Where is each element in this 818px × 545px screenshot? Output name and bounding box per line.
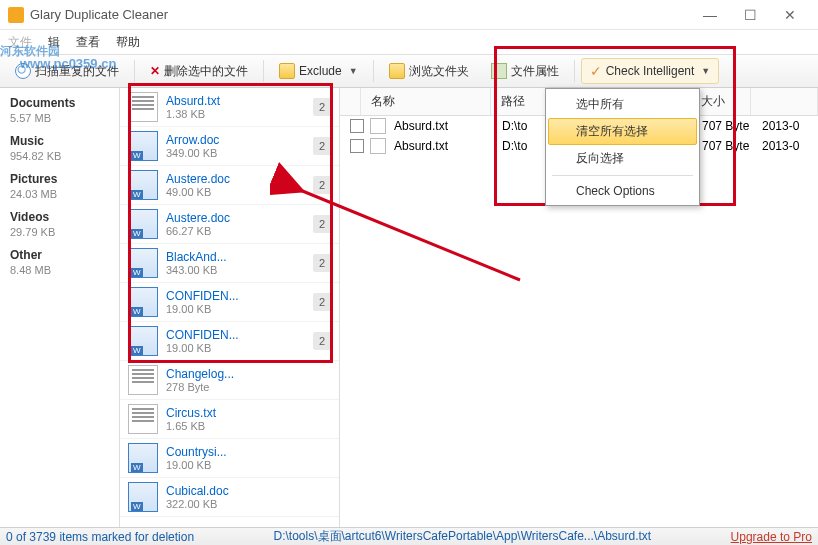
category-sidebar: Documents5.57 MBMusic954.82 KBPictures24…	[0, 88, 120, 527]
file-row[interactable]: Cubical.doc 322.00 KB	[120, 478, 339, 517]
duplicate-count-badge: 2	[313, 176, 331, 194]
duplicate-count-badge: 2	[313, 254, 331, 272]
file-size: 1.65 KB	[166, 420, 331, 432]
sidebar-category[interactable]: Videos29.79 KB	[10, 210, 109, 238]
file-name: Austere.doc	[166, 211, 305, 225]
menu-view[interactable]: 查看	[76, 34, 100, 51]
x-icon: ✕	[150, 64, 160, 78]
minimize-button[interactable]: —	[690, 0, 730, 30]
row-checkbox[interactable]	[350, 119, 364, 133]
category-size: 954.82 KB	[10, 150, 109, 162]
app-icon	[8, 7, 24, 23]
upgrade-link[interactable]: Upgrade to Pro	[731, 530, 812, 544]
file-name: BlackAnd...	[166, 250, 305, 264]
doc-file-icon	[128, 287, 158, 317]
delete-button[interactable]: ✕ 删除选中的文件	[141, 58, 257, 85]
file-name: CONFIDEN...	[166, 328, 305, 342]
txt-file-icon	[128, 365, 158, 395]
txt-file-icon	[370, 118, 386, 134]
row-checkbox[interactable]	[350, 139, 364, 153]
file-row[interactable]: Austere.doc 49.00 KB 2	[120, 166, 339, 205]
file-row[interactable]: CONFIDEN... 19.00 KB 2	[120, 283, 339, 322]
menu-select-all[interactable]: 选中所有	[548, 91, 697, 118]
category-name: Videos	[10, 210, 109, 224]
file-row[interactable]: BlackAnd... 343.00 KB 2	[120, 244, 339, 283]
doc-file-icon	[128, 131, 158, 161]
doc-file-icon	[128, 482, 158, 512]
check-intelligent-button[interactable]: ✓ Check Intelligent ▼	[581, 58, 720, 84]
file-row[interactable]: Arrow.doc 349.00 KB 2	[120, 127, 339, 166]
file-name: Austere.doc	[166, 172, 305, 186]
category-size: 24.03 MB	[10, 188, 109, 200]
col-name[interactable]: 名称	[361, 88, 491, 115]
file-row[interactable]: Austere.doc 66.27 KB 2	[120, 205, 339, 244]
txt-file-icon	[128, 92, 158, 122]
doc-file-icon	[128, 443, 158, 473]
sidebar-category[interactable]: Music954.82 KB	[10, 134, 109, 162]
chevron-down-icon: ▼	[349, 66, 358, 76]
cell-date: 2013-0	[758, 139, 814, 153]
properties-button[interactable]: 文件属性	[482, 58, 568, 85]
cell-date: 2013-0	[758, 119, 814, 133]
category-size: 8.48 MB	[10, 264, 109, 276]
category-size: 5.57 MB	[10, 112, 109, 124]
file-name: Cubical.doc	[166, 484, 331, 498]
menu-bar: 文件 辑 查看 帮助	[0, 30, 818, 54]
exclude-button[interactable]: Exclude ▼	[270, 58, 367, 84]
file-name: Circus.txt	[166, 406, 331, 420]
file-size: 343.00 KB	[166, 264, 305, 276]
chevron-down-icon: ▼	[701, 66, 710, 76]
file-name: Absurd.txt	[166, 94, 305, 108]
sidebar-category[interactable]: Pictures24.03 MB	[10, 172, 109, 200]
category-size: 29.79 KB	[10, 226, 109, 238]
file-row[interactable]: Countrysi... 19.00 KB	[120, 439, 339, 478]
cell-name: Absurd.txt	[390, 139, 498, 153]
maximize-button[interactable]: ☐	[730, 0, 770, 30]
category-name: Pictures	[10, 172, 109, 186]
status-bar: 0 of 3739 items marked for deletion D:\t…	[0, 527, 818, 545]
menu-help[interactable]: 帮助	[116, 34, 140, 51]
menu-edit[interactable]: 辑	[48, 34, 60, 51]
menu-clear-all[interactable]: 清空所有选择	[548, 118, 697, 145]
file-row[interactable]: CONFIDEN... 19.00 KB 2	[120, 322, 339, 361]
doc-file-icon	[128, 326, 158, 356]
scan-button[interactable]: 扫描重复的文件	[6, 58, 128, 85]
folder-icon	[279, 63, 295, 79]
file-name: CONFIDEN...	[166, 289, 305, 303]
browse-button[interactable]: 浏览文件夹	[380, 58, 478, 85]
toolbar: 扫描重复的文件 ✕ 删除选中的文件 Exclude ▼ 浏览文件夹 文件属性 ✓…	[0, 54, 818, 88]
file-size: 19.00 KB	[166, 342, 305, 354]
duplicate-count-badge: 2	[313, 332, 331, 350]
menu-invert[interactable]: 反向选择	[548, 145, 697, 172]
file-size: 278 Byte	[166, 381, 331, 393]
menu-file[interactable]: 文件	[8, 34, 32, 51]
cell-size: 707 Byte	[698, 119, 758, 133]
duplicate-count-badge: 2	[313, 293, 331, 311]
cell-name: Absurd.txt	[390, 119, 498, 133]
status-marked: 0 of 3739 items marked for deletion	[6, 530, 194, 544]
file-size: 19.00 KB	[166, 459, 331, 471]
file-size: 66.27 KB	[166, 225, 305, 237]
doc-file-icon	[128, 209, 158, 239]
duplicate-count-badge: 2	[313, 137, 331, 155]
category-name: Other	[10, 248, 109, 262]
file-row[interactable]: Absurd.txt 1.38 KB 2	[120, 88, 339, 127]
close-button[interactable]: ✕	[770, 0, 810, 30]
menu-separator	[552, 175, 693, 176]
col-size[interactable]: 大小	[691, 88, 751, 115]
sidebar-category[interactable]: Documents5.57 MB	[10, 96, 109, 124]
file-name: Countrysi...	[166, 445, 331, 459]
txt-file-icon	[370, 138, 386, 154]
search-icon	[15, 63, 31, 79]
file-list[interactable]: Absurd.txt 1.38 KB 2 Arrow.doc 349.00 KB…	[120, 88, 340, 527]
category-name: Music	[10, 134, 109, 148]
txt-file-icon	[128, 404, 158, 434]
folder-icon	[389, 63, 405, 79]
file-row[interactable]: Circus.txt 1.65 KB	[120, 400, 339, 439]
sidebar-category[interactable]: Other8.48 MB	[10, 248, 109, 276]
doc-file-icon	[128, 248, 158, 278]
file-row[interactable]: Changelog... 278 Byte	[120, 361, 339, 400]
menu-check-options[interactable]: Check Options	[548, 179, 697, 203]
cell-size: 707 Byte	[698, 139, 758, 153]
category-name: Documents	[10, 96, 109, 110]
